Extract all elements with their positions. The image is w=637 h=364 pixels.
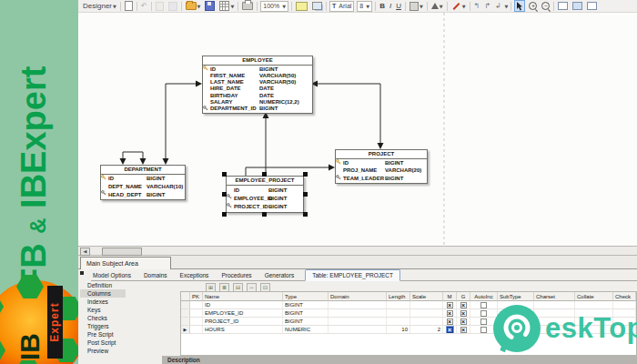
cell-name[interactable]: EMPLOYEE_ID xyxy=(203,309,283,318)
cell-pk[interactable] xyxy=(190,301,203,309)
cell-domain[interactable] xyxy=(329,301,387,309)
checkbox-unchecked[interactable] xyxy=(480,310,487,317)
cell-domain[interactable] xyxy=(329,326,387,334)
panel-tab-generators[interactable]: Generators xyxy=(263,270,297,280)
checkbox-checked[interactable]: × xyxy=(460,310,467,317)
rotate-left-button[interactable]: ↰ xyxy=(473,1,481,12)
checkbox-checked[interactable]: × xyxy=(460,302,467,308)
checkbox-checked[interactable]: × xyxy=(447,302,453,308)
scroll-left-icon[interactable]: ◀ xyxy=(80,248,90,256)
selection-handle[interactable] xyxy=(303,212,308,217)
nav-item-columns[interactable]: Columns xyxy=(80,289,126,298)
cell-name[interactable]: PROJECT_ID xyxy=(203,318,283,326)
line-color-button[interactable]: ▼ xyxy=(450,1,467,12)
cell-name[interactable]: HOURS xyxy=(203,326,283,334)
cell-granted[interactable]: × xyxy=(457,318,470,326)
cell-domain[interactable] xyxy=(329,309,387,318)
cell-scale[interactable] xyxy=(410,318,443,326)
cell-not-null[interactable]: × xyxy=(443,318,457,326)
italic-button[interactable]: I xyxy=(389,1,392,12)
bold-button[interactable]: B xyxy=(379,1,386,12)
tab-main-subject-area[interactable]: Main Subject Area xyxy=(80,257,171,269)
select-tool-button[interactable] xyxy=(514,0,525,12)
checkbox-checked[interactable]: × xyxy=(447,318,453,325)
entity-project[interactable]: PROJECTIDBIGINTPROJ_NAMEVARCHAR(20)TEAM_… xyxy=(335,149,428,184)
cell-granted[interactable]: × xyxy=(457,301,470,309)
cell-not-null[interactable]: × xyxy=(443,326,457,334)
nav-item-definition[interactable]: Definition xyxy=(80,281,178,289)
underline-button[interactable]: U xyxy=(395,1,402,12)
cell-length[interactable] xyxy=(387,309,410,318)
description-section-header[interactable]: Description xyxy=(162,356,637,364)
layers-button[interactable] xyxy=(311,1,323,12)
canvas-h-scrollbar[interactable]: ◀ xyxy=(78,246,637,256)
cell-scale[interactable] xyxy=(410,309,443,318)
scrollbar-thumb[interactable] xyxy=(102,248,142,256)
selection-handle[interactable] xyxy=(262,212,267,217)
cell-type[interactable]: BIGINT xyxy=(283,318,329,326)
nav-item-indexes[interactable]: Indexes xyxy=(80,298,178,306)
save-button[interactable] xyxy=(204,1,216,12)
entity-department[interactable]: DEPARTMENTIDBIGINTDEPT_NAMEVARCHAR(10)HE… xyxy=(100,165,186,200)
selection-handle[interactable] xyxy=(262,172,267,177)
designer-menu[interactable]: Designer▼ xyxy=(82,1,117,12)
nav-item-post-script[interactable]: Post Script xyxy=(80,339,178,347)
flip-button[interactable]: ↲ xyxy=(494,1,502,12)
cell-not-null[interactable]: × xyxy=(443,301,457,309)
new-comment-button[interactable] xyxy=(586,1,598,12)
cell-pk[interactable] xyxy=(190,309,203,318)
panel-tab-procedures[interactable]: Procedures xyxy=(219,270,253,280)
checkbox-unchecked[interactable] xyxy=(480,327,487,333)
cell-scale[interactable]: 2 xyxy=(410,326,443,334)
checkbox-unchecked[interactable] xyxy=(480,318,487,325)
selection-handle[interactable] xyxy=(222,212,227,217)
nav-item-triggers[interactable]: Triggers xyxy=(80,322,178,330)
nav-item-keys[interactable]: Keys xyxy=(80,306,178,314)
checkbox-checked[interactable]: × xyxy=(460,318,467,325)
splitter-grip[interactable] xyxy=(80,271,84,275)
checkbox-checked[interactable]: × xyxy=(447,310,453,317)
checkbox-unchecked[interactable] xyxy=(480,302,487,308)
new-entity-button[interactable] xyxy=(557,1,569,12)
panel-tab-model-options[interactable]: Model Options xyxy=(91,270,133,280)
zoom-out-button[interactable]: − xyxy=(541,1,551,12)
entity-employee[interactable]: EMPLOYEEIDBIGINTFIRST_NAMEVARCHAR(50)LAS… xyxy=(202,56,313,114)
cell-name[interactable]: ID xyxy=(203,301,283,309)
selection-handle[interactable] xyxy=(222,172,227,177)
selection-handle[interactable] xyxy=(222,192,227,197)
cell-scale[interactable] xyxy=(410,301,443,309)
panel-tab-active-table[interactable]: Table: EMPLOYEE_PROJECT xyxy=(305,269,400,281)
shape-color-button[interactable]: ▼ xyxy=(430,1,444,12)
cell-not-null[interactable]: × xyxy=(443,309,457,318)
nav-item-pre-script[interactable]: Pre Script xyxy=(80,330,178,339)
cell-granted[interactable]: × xyxy=(457,309,470,318)
panel-tab-domains[interactable]: Domains xyxy=(142,270,169,280)
new-diagram-button[interactable] xyxy=(124,1,134,12)
zoom-select[interactable]: 100%▼ xyxy=(260,1,288,12)
cell-length[interactable] xyxy=(387,301,410,309)
entity-employee_project[interactable]: EMPLOYEE_PROJECTIDBIGINTEMPLOYEE_IDBIGIN… xyxy=(226,176,304,213)
checkbox-checked[interactable]: × xyxy=(460,327,467,333)
undo-button[interactable]: ↶ xyxy=(140,1,148,12)
diagram-canvas[interactable]: EMPLOYEEIDBIGINTFIRST_NAMEVARCHAR(50)LAS… xyxy=(78,13,637,246)
selection-handle[interactable] xyxy=(303,172,308,177)
grid-toggle-button[interactable]: ▼ xyxy=(218,1,235,12)
cell-type[interactable]: NUMERIC xyxy=(283,326,329,334)
nav-item-preview[interactable]: Preview xyxy=(80,347,178,355)
zoom-in-button[interactable]: + xyxy=(528,1,538,12)
checkbox-checked[interactable]: × xyxy=(447,327,453,333)
page-color-button[interactable] xyxy=(295,1,308,12)
selection-handle[interactable] xyxy=(303,192,308,197)
cell-pk[interactable] xyxy=(190,318,203,326)
font-family-select[interactable]: TArial xyxy=(329,1,354,12)
cell-granted[interactable]: × xyxy=(457,326,470,334)
open-button[interactable]: ▼ xyxy=(185,1,202,12)
fill-color-button[interactable]: ▼ xyxy=(409,1,424,12)
cell-pk[interactable] xyxy=(190,326,203,334)
panel-tab-exceptions[interactable]: Exceptions xyxy=(178,270,211,280)
cell-domain[interactable] xyxy=(329,318,387,326)
cell-length[interactable]: 10 xyxy=(387,326,410,334)
cell-type[interactable]: BIGINT xyxy=(283,301,329,309)
copy-button[interactable] xyxy=(155,1,165,12)
cell-type[interactable]: BIGINT xyxy=(283,309,329,318)
